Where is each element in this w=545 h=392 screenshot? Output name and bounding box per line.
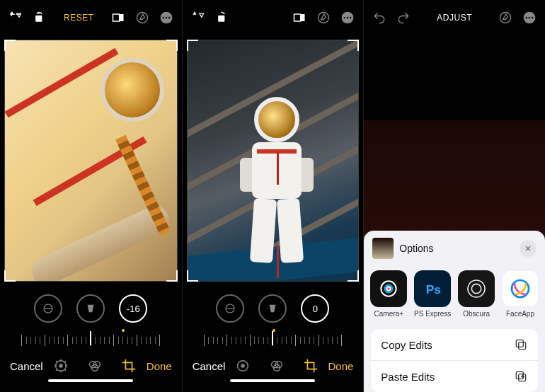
adjust-mode-icon[interactable]	[53, 358, 69, 374]
straighten-tool[interactable]	[34, 294, 62, 323]
svg-point-9	[168, 17, 171, 19]
editor-screen-reset: RESET -16	[0, 0, 182, 392]
svg-marker-0	[11, 11, 14, 15]
more-icon[interactable]	[159, 11, 173, 25]
svg-point-7	[162, 17, 164, 19]
svg-point-39	[387, 287, 391, 290]
photo-content	[5, 40, 177, 281]
home-indicator	[48, 379, 133, 382]
aspect-ratio-icon[interactable]	[292, 11, 306, 25]
cancel-button[interactable]: Cancel	[10, 360, 43, 372]
crop-canvas[interactable]	[4, 40, 178, 282]
more-icon[interactable]	[340, 11, 355, 25]
svg-point-8	[165, 17, 167, 19]
controls: -16 Cancel	[0, 287, 182, 392]
svg-point-35	[529, 17, 531, 19]
svg-rect-46	[519, 374, 526, 381]
crop-mode-icon[interactable]	[121, 358, 137, 374]
svg-marker-16	[193, 11, 196, 15]
svg-rect-2	[35, 16, 42, 22]
svg-point-42	[471, 284, 481, 293]
aspect-ratio-icon[interactable]	[111, 11, 125, 25]
screen-title: ADJUST	[437, 13, 472, 23]
markup-icon[interactable]	[135, 11, 149, 25]
svg-rect-47	[516, 371, 523, 379]
editor-screen-default: 0 Cancel	[182, 0, 364, 392]
flip-vertical-icon[interactable]	[8, 11, 23, 25]
edit-mode-tabs	[235, 358, 319, 374]
svg-rect-3	[113, 14, 119, 21]
cancel-button[interactable]: Cancel	[193, 360, 226, 372]
share-app-faceapp[interactable]: FaceApp	[500, 270, 541, 318]
svg-text:Ps: Ps	[426, 282, 441, 296]
edit-mode-tabs	[53, 358, 137, 374]
undo-icon[interactable]	[372, 11, 386, 25]
flip-vertical-icon[interactable]	[191, 11, 205, 25]
horizontal-perspective-tool[interactable]: -16	[119, 294, 147, 323]
svg-point-21	[319, 13, 329, 23]
controls: 0 Cancel	[183, 287, 364, 392]
action-paste-edits[interactable]: Paste Edits	[371, 360, 538, 392]
svg-point-43	[512, 280, 529, 297]
adjust-mode-icon[interactable]	[235, 358, 251, 374]
horizontal-perspective-tool[interactable]: 0	[301, 294, 329, 323]
home-indicator	[230, 379, 315, 382]
share-app-psexpress[interactable]: Ps PS Express	[412, 270, 453, 318]
svg-point-32	[500, 13, 510, 23]
action-copy-edits[interactable]: Copy Edits	[371, 329, 538, 360]
share-sheet: Options Camera+ Ps PS Express	[364, 231, 545, 392]
share-actions: Copy Edits Paste Edits	[371, 329, 538, 392]
straighten-tool[interactable]	[216, 294, 244, 323]
slider-cursor	[90, 331, 91, 345]
svg-point-23	[344, 17, 346, 19]
svg-marker-17	[199, 13, 203, 17]
share-app-obscura[interactable]: Obscura	[456, 270, 497, 318]
svg-point-28	[241, 364, 245, 368]
topbar: ADJUST	[364, 0, 545, 35]
done-button[interactable]: Done	[147, 360, 172, 372]
svg-rect-4	[119, 14, 123, 21]
more-icon[interactable]	[522, 11, 537, 25]
svg-point-25	[350, 17, 352, 19]
redo-icon[interactable]	[396, 11, 411, 25]
svg-point-41	[468, 280, 485, 297]
vertical-perspective-tool[interactable]	[76, 294, 105, 323]
svg-point-24	[347, 17, 349, 19]
svg-point-36	[532, 17, 534, 19]
perspective-value: 0	[313, 304, 318, 314]
rotate-icon[interactable]	[215, 11, 229, 25]
crop-canvas[interactable]	[187, 40, 360, 282]
share-apps-row: Camera+ Ps PS Express Obscura FaceApp	[364, 265, 545, 325]
rotate-icon[interactable]	[33, 11, 47, 25]
slider-cursor	[272, 331, 273, 345]
crop-mode-icon[interactable]	[303, 358, 319, 374]
markup-icon[interactable]	[498, 11, 512, 25]
share-app-cameraplus[interactable]: Camera+	[368, 270, 409, 318]
share-thumbnail	[372, 238, 394, 259]
svg-rect-19	[294, 14, 301, 21]
adjustment-slider[interactable]	[204, 328, 343, 352]
filters-mode-icon[interactable]	[269, 358, 285, 374]
svg-point-34	[526, 17, 528, 19]
close-icon[interactable]	[520, 240, 537, 257]
done-button[interactable]: Done	[328, 360, 353, 372]
reset-button[interactable]: RESET	[64, 13, 94, 23]
sheet-title[interactable]: Options	[399, 243, 514, 254]
topbar: RESET	[0, 0, 182, 35]
svg-rect-18	[218, 16, 224, 22]
markup-icon[interactable]	[316, 11, 331, 25]
svg-rect-44	[519, 342, 526, 350]
origin-dot	[122, 329, 125, 332]
photo-content	[188, 40, 359, 281]
filters-mode-icon[interactable]	[87, 358, 103, 374]
perspective-value: -16	[127, 304, 140, 314]
svg-rect-20	[301, 14, 305, 21]
adjustment-slider[interactable]	[21, 328, 161, 352]
vertical-perspective-tool[interactable]	[258, 294, 287, 323]
topbar	[183, 0, 364, 35]
svg-point-5	[137, 13, 147, 23]
editor-screen-share: ADJUST Options	[363, 0, 545, 392]
svg-point-12	[59, 364, 63, 368]
svg-rect-45	[516, 340, 523, 347]
